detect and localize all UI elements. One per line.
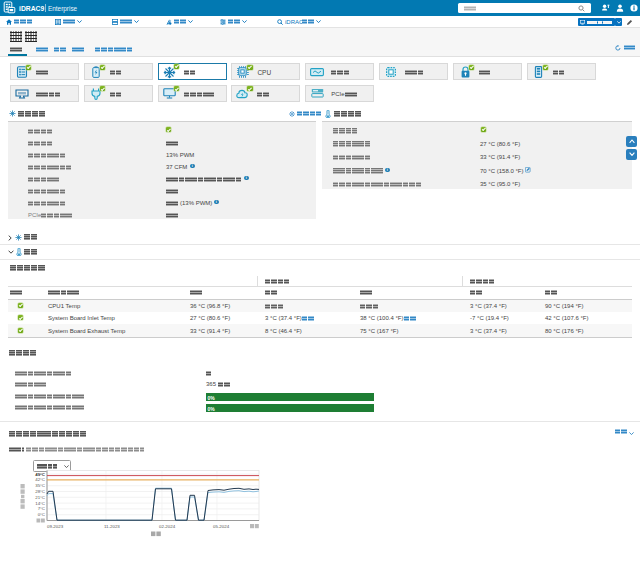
svg-text:0°C: 0°C — [38, 512, 45, 517]
svg-text:09-2023: 09-2023 — [47, 524, 64, 529]
svg-text:7°C: 7°C — [38, 506, 45, 511]
svg-text:11-2023: 11-2023 — [104, 524, 120, 529]
svg-text:14°C: 14°C — [35, 501, 45, 506]
svg-text:05-2024: 05-2024 — [213, 524, 230, 529]
svg-text:02-2024: 02-2024 — [159, 524, 176, 529]
svg-text:21°C: 21°C — [35, 495, 45, 500]
svg-text:28°C: 28°C — [35, 489, 45, 494]
svg-text:49°C: 49°C — [35, 472, 46, 477]
svg-text:35°C: 35°C — [35, 483, 45, 488]
svg-text:42°C: 42°C — [35, 477, 45, 482]
